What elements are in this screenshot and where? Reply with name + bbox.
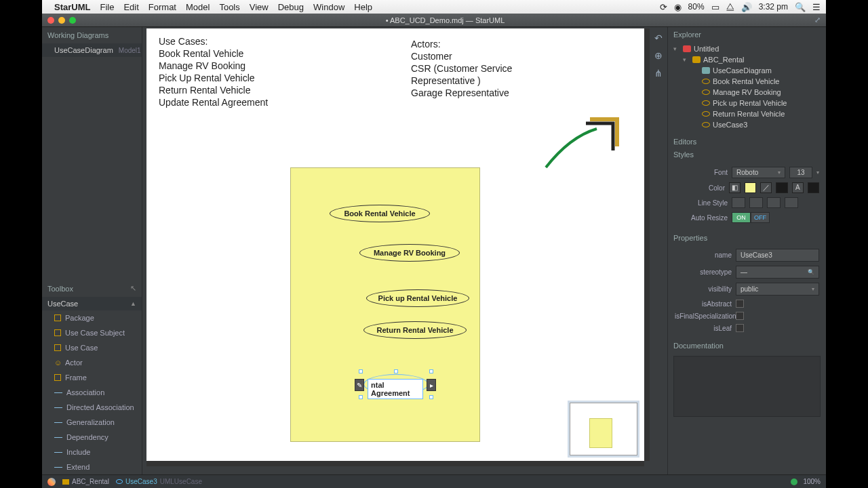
font-size-input[interactable]: 13 — [789, 167, 812, 178]
target-icon[interactable]: ⊕ — [653, 50, 664, 61]
line-tool-icon[interactable]: ／ — [760, 182, 772, 193]
tree-uc-4[interactable]: UseCase3 — [673, 119, 826, 130]
working-diagram-sub: Model1 — [119, 47, 141, 54]
app-window: • ABC_UCD_Demo.mdj — StarUML ⤢ Working D… — [42, 14, 826, 488]
toolbox-title: Toolbox — [47, 285, 73, 293]
vertical-scrollbar[interactable] — [644, 28, 650, 461]
status-app-icon — [47, 478, 56, 486]
color-label: Color — [675, 184, 725, 192]
tool-include[interactable]: Include — [42, 445, 142, 460]
usecase-pickup[interactable]: Pick up Rental Vehicle — [366, 289, 469, 307]
tree-diagram[interactable]: UseCaseDiagram — [673, 65, 826, 76]
quick-edit-left[interactable]: ✎ — [355, 379, 364, 391]
kite-icon[interactable]: ◉ — [674, 2, 682, 12]
autoresize-toggle[interactable]: ONOFF — [732, 212, 770, 223]
tree-uc-2[interactable]: Pick up Rental Vehicle — [673, 98, 826, 108]
status-package[interactable]: ABC_Rental — [62, 478, 109, 485]
tool-usecase-subject[interactable]: Use Case Subject — [42, 325, 142, 340]
tree-uc-0[interactable]: Book Rental Vehicle — [673, 76, 826, 87]
tree-package[interactable]: ▾ABC_Rental — [673, 54, 826, 65]
linestyle-2[interactable] — [749, 197, 763, 208]
app-name[interactable]: StarUML — [54, 2, 90, 12]
zoom-level[interactable]: 100% — [803, 478, 821, 485]
font-select[interactable]: Roboto▾ — [732, 167, 785, 178]
pointer-tool-icon[interactable]: ↖ — [130, 284, 136, 293]
zoom-button[interactable] — [69, 17, 76, 24]
volume-icon[interactable]: 🔊 — [741, 2, 752, 12]
tool-usecase[interactable]: Use Case — [42, 340, 142, 355]
spotlight-icon[interactable]: 🔍 — [795, 2, 806, 12]
tree-root[interactable]: ▾Untitled — [673, 43, 826, 54]
menu-window[interactable]: Window — [313, 2, 344, 12]
status-element[interactable]: UseCase3UMLUseCase — [116, 478, 202, 485]
tool-generalization[interactable]: Generalization — [42, 415, 142, 430]
undo-icon[interactable]: ↶ — [653, 33, 664, 43]
menu-file[interactable]: File — [100, 2, 114, 12]
tool-package[interactable]: Package — [42, 310, 142, 325]
text-color-swatch[interactable] — [808, 182, 819, 193]
close-button[interactable] — [47, 17, 54, 24]
tree-uc-3[interactable]: Return Rental Vehicle — [673, 108, 826, 119]
font-label: Font — [675, 169, 728, 176]
quick-edit-right[interactable]: ▸ — [427, 379, 436, 391]
mac-menubar: StarUML File Edit Format Model Tools Vie… — [42, 0, 826, 14]
tree-uc-1[interactable]: Manage RV Booking — [673, 87, 826, 98]
linestyle-3[interactable] — [767, 197, 781, 208]
arrow-decoration — [542, 117, 624, 171]
tool-association[interactable]: Association — [42, 385, 142, 400]
autoresize-label: Auto Resize — [675, 214, 728, 222]
usecase-name-input[interactable]: ntal Agreement — [368, 379, 423, 399]
battery-icon[interactable]: ▭ — [711, 2, 719, 12]
menu-debug[interactable]: Debug — [278, 2, 304, 12]
menu-tools[interactable]: Tools — [219, 2, 239, 12]
linestyle-1[interactable] — [732, 197, 745, 208]
tool-frame[interactable]: Frame — [42, 370, 142, 385]
minimize-button[interactable] — [58, 17, 65, 24]
prop-visibility-select[interactable]: public▾ — [736, 283, 819, 296]
linestyle-4[interactable] — [785, 197, 798, 208]
usecase-return[interactable]: Return Rental Vehicle — [363, 321, 467, 339]
styles-title: Styles — [668, 149, 826, 162]
usecase-book[interactable]: Book Rental Vehicle — [330, 205, 430, 222]
window-title: • ABC_UCD_Demo.mdj — StarUML — [386, 16, 505, 24]
titlebar: • ABC_UCD_Demo.mdj — StarUML ⤢ — [42, 14, 826, 27]
clock[interactable]: 3:32 pm — [759, 2, 788, 12]
tool-extend[interactable]: Extend — [42, 460, 142, 474]
wifi-icon[interactable]: ⧋ — [726, 1, 734, 12]
prop-name-input[interactable]: UseCase3 — [736, 249, 819, 262]
tool-actor[interactable]: ☺Actor — [42, 355, 142, 370]
diagram-canvas[interactable]: Use Cases: Book Rental Vehicle Manage RV… — [146, 28, 644, 461]
properties-panel: nameUseCase3 stereotype—🔍 visibilitypubl… — [668, 245, 826, 338]
horizontal-scrollbar[interactable] — [146, 461, 644, 466]
menu-help[interactable]: Help — [354, 2, 372, 12]
menu-edit[interactable]: Edit — [123, 2, 138, 12]
working-diagram-item[interactable]: UseCaseDiagram Model1 — [42, 43, 142, 57]
sync-icon[interactable]: ⟳ — [660, 2, 667, 12]
prop-isfinal-checkbox[interactable] — [736, 312, 744, 320]
prop-isabstract-checkbox[interactable] — [736, 300, 744, 308]
menu-model[interactable]: Model — [186, 2, 210, 12]
toolbox-panel: Toolbox ↖ UseCase ▲ Package Use Case Sub… — [42, 280, 142, 474]
line-color-swatch[interactable] — [776, 182, 787, 193]
tool-directed-association[interactable]: Directed Association — [42, 400, 142, 415]
prop-isleaf-checkbox[interactable] — [736, 324, 744, 332]
menu-view[interactable]: View — [250, 2, 269, 12]
tool-dependency[interactable]: Dependency — [42, 430, 142, 445]
minimap[interactable] — [570, 403, 637, 455]
explorer-tree: ▾Untitled ▾ABC_Rental UseCaseDiagram Boo… — [668, 42, 826, 134]
menu-format[interactable]: Format — [149, 2, 176, 12]
canvas-wrap: Use Cases: Book Rental Vehicle Manage RV… — [142, 27, 650, 474]
menu-icon[interactable]: ☰ — [812, 2, 821, 12]
actors-note: Actors: Customer CSR (Customer Service R… — [411, 38, 512, 99]
prop-stereotype-input[interactable]: —🔍 — [736, 266, 819, 279]
share-icon[interactable]: ⋔ — [653, 68, 664, 79]
styles-panel: Font Roboto▾ 13 ▾ Color ◧ ／ A Line Style — [668, 162, 826, 230]
expand-icon[interactable]: ⤢ — [814, 16, 821, 24]
fill-color-swatch[interactable] — [745, 182, 756, 193]
documentation-textarea[interactable] — [673, 356, 821, 417]
toolbox-section[interactable]: UseCase ▲ — [42, 297, 142, 310]
fill-tool-icon[interactable]: ◧ — [729, 182, 741, 193]
editors-title: Editors — [668, 134, 826, 149]
usecase-manage[interactable]: Manage RV Booking — [359, 244, 460, 262]
text-tool-icon[interactable]: A — [792, 182, 804, 193]
